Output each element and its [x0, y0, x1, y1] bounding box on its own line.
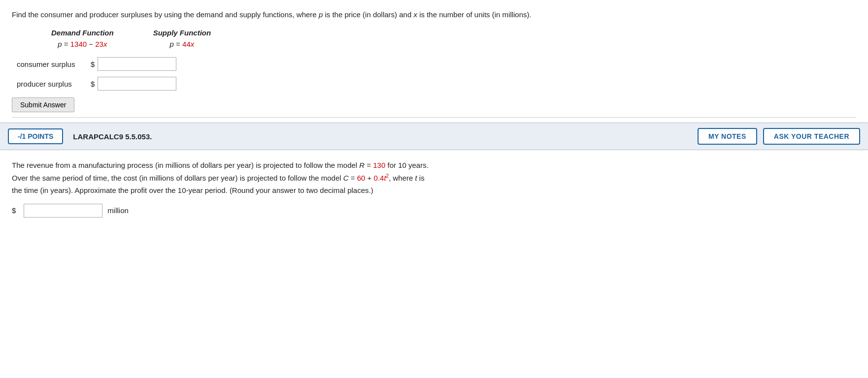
demand-value-1340: 1340 [70, 40, 87, 48]
functions-row: Demand Function p = 1340 − 23x Supply Fu… [51, 29, 856, 48]
bottom-problem-text: The revenue from a manufacturing process… [12, 159, 856, 197]
demand-formula: p = 1340 − 23x [58, 40, 107, 48]
demand-value-23x: 23x [95, 40, 107, 48]
points-bar: -/1 POINTS LARAPCALC9 5.5.053. MY NOTES … [0, 123, 868, 150]
submit-button[interactable]: Submit Answer [12, 97, 74, 112]
answer-row: $ million [12, 204, 856, 218]
right-buttons: MY NOTES ASK YOUR TEACHER [698, 128, 860, 145]
profit-answer-input[interactable] [24, 204, 102, 218]
million-label: million [107, 206, 129, 215]
consumer-surplus-row: consumer surplus $ [17, 57, 856, 71]
c-value2: 0.4t2 [374, 174, 389, 182]
problem-intro: Find the consumer and producer surpluses… [12, 9, 856, 21]
producer-surplus-label: producer surplus [17, 80, 91, 88]
submit-area: Submit Answer [12, 97, 856, 118]
r-value: 130 [373, 161, 385, 169]
consumer-dollar-sign: $ [91, 60, 95, 68]
demand-function-col: Demand Function p = 1340 − 23x [51, 29, 114, 48]
producer-dollar-sign: $ [91, 80, 95, 88]
producer-surplus-input[interactable] [98, 77, 176, 91]
consumer-surplus-input[interactable] [98, 57, 176, 71]
ask-teacher-button[interactable]: ASK YOUR TEACHER [763, 128, 860, 145]
my-notes-button[interactable]: MY NOTES [698, 128, 757, 145]
problem-id: LARAPCALC9 5.5.053. [73, 132, 688, 141]
points-badge[interactable]: -/1 POINTS [8, 128, 63, 144]
supply-function-col: Supply Function p = 44x [153, 29, 211, 48]
c-value1: 60 [357, 174, 366, 182]
bottom-section: The revenue from a manufacturing process… [0, 150, 868, 226]
supply-formula: p = 44x [170, 40, 195, 48]
supply-label: Supply Function [153, 29, 211, 37]
supply-value-44x: 44x [182, 40, 194, 48]
top-section: Find the consumer and producer surpluses… [0, 0, 868, 123]
demand-label: Demand Function [51, 29, 114, 37]
consumer-surplus-label: consumer surplus [17, 60, 91, 68]
producer-surplus-row: producer surplus $ [17, 77, 856, 91]
bottom-dollar-sign: $ [12, 206, 16, 215]
